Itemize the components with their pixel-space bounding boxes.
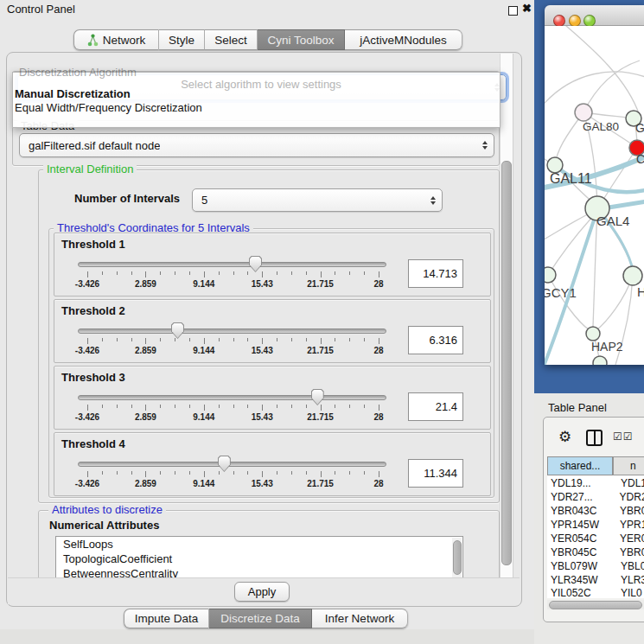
node-gcy1[interactable] <box>545 267 556 283</box>
tab-cyni-toolbox[interactable]: Cyni Toolbox <box>258 29 345 50</box>
table-row[interactable]: YBR045CYBR0 <box>547 545 644 559</box>
column-header-name[interactable]: n <box>613 456 644 475</box>
list-item-selfloops[interactable]: SelfLoops <box>56 537 462 552</box>
numerical-attributes-list[interactable]: SelfLoops TopologicalCoefficient Between… <box>55 536 463 579</box>
slider-thumb[interactable] <box>311 389 324 405</box>
slider-thumb[interactable] <box>171 322 184 339</box>
zoom-traffic-icon[interactable] <box>583 15 596 27</box>
tab-network[interactable]: Network <box>73 29 159 50</box>
table-row[interactable]: YIL052CYIL0 <box>547 587 644 598</box>
node-hap2[interactable] <box>586 327 600 341</box>
numerical-attributes-label: Numerical Attributes <box>49 519 159 532</box>
bottom-strip <box>0 629 534 644</box>
close-icon[interactable]: ✖ <box>522 2 532 15</box>
node-right[interactable] <box>623 266 642 285</box>
combo-stepper-icon <box>430 196 436 205</box>
label-partial-c: C <box>636 152 644 166</box>
table-row[interactable]: YER054CYER0 <box>547 532 644 545</box>
table-data-combo-value: galFiltered.sif default node <box>20 139 160 152</box>
table-row[interactable]: YDL19...YDL1 <box>547 476 644 490</box>
num-intervals-value: 5 <box>193 194 207 207</box>
tab-discretize-data[interactable]: Discretize Data <box>209 609 312 628</box>
table-row[interactable]: YBL079WYBL0 <box>547 559 644 573</box>
popup-item-manual-discretization[interactable]: Manual Discretization <box>15 87 131 100</box>
network-icon <box>87 34 99 47</box>
slider-track[interactable] <box>78 262 386 267</box>
tab-jactivemnodules[interactable]: jActiveMNodules <box>345 29 462 50</box>
panel-footer: Apply <box>8 577 520 604</box>
node-gal80[interactable] <box>575 104 592 121</box>
network-window-titlebar[interactable] <box>545 5 644 26</box>
label-partial-g: GA <box>635 121 644 135</box>
apply-button[interactable]: Apply <box>234 582 290 602</box>
table-hscrollbar-thumb[interactable] <box>549 601 642 609</box>
panel-title: Control Panel <box>7 3 75 16</box>
label-gcy1: GCY1 <box>545 285 577 300</box>
table-row[interactable]: YDR27...YDR2 <box>547 490 644 504</box>
cyni-bottom-tabs: Impute Data Discretize Data Infer Networ… <box>124 609 408 628</box>
table-panel-title: Table Panel <box>548 401 607 414</box>
threshold-3-value-field[interactable]: 21.4 <box>408 392 463 421</box>
label-gal11: GAL11 <box>550 171 592 186</box>
threshold-panel-3: Threshold 3 -3.4262.8599.14415.4321.7152… <box>54 366 491 430</box>
label-partial-h: H <box>637 284 644 299</box>
tab-style[interactable]: Style <box>159 29 205 50</box>
combo-stepper-icon <box>482 141 488 150</box>
threshold-4-value-field[interactable]: 11.344 <box>408 459 463 488</box>
threshold-panel-1: Threshold 1 -3.4262.8599.14415.4321.7152… <box>54 233 491 296</box>
interval-definition-title: Interval Definition <box>43 163 137 175</box>
table-row[interactable]: YPR145WYPR1 <box>547 518 644 532</box>
threshold-2-value-field[interactable]: 6.316 <box>408 326 463 354</box>
list-scrollbar[interactable] <box>452 538 462 577</box>
close-traffic-icon[interactable] <box>553 15 565 27</box>
tab-infer-network[interactable]: Infer Network <box>312 609 408 628</box>
table-hscrollbar[interactable] <box>547 600 644 609</box>
network-canvas[interactable]: GAL80 GAL11 GAL4 GCY1 HAP2 GA C H <box>545 26 644 365</box>
threshold-panel-4: Threshold 4 -3.4262.8599.14415.4321.7152… <box>54 432 491 496</box>
application-window: Control Panel ✖ Network Style Select Cyn… <box>0 0 644 644</box>
minimize-traffic-icon[interactable] <box>569 15 581 27</box>
control-panel-titlebar: Control Panel ✖ <box>0 0 534 19</box>
attributes-group-title: Attributes to discretize <box>48 504 166 516</box>
label-hap2: HAP2 <box>591 340 623 354</box>
label-gal4: GAL4 <box>596 214 629 228</box>
table-row[interactable]: YLR345WYLR3 <box>547 573 644 587</box>
slider-track[interactable] <box>78 462 386 467</box>
checkbox-icons[interactable]: ☑☑ <box>613 430 634 443</box>
popup-item-equal-width[interactable]: Equal Width/Frequency Discretization <box>15 101 202 114</box>
list-scrollbar-thumb[interactable] <box>453 540 462 575</box>
slider-thumb[interactable] <box>218 456 231 472</box>
num-intervals-combo[interactable]: 5 <box>192 188 443 212</box>
threshold-1-value-field[interactable]: 14.713 <box>408 259 463 288</box>
column-header-shared[interactable]: shared... <box>547 456 613 475</box>
tab-network-label: Network <box>103 34 146 47</box>
algorithm-group-title: Discretization Algorithm <box>19 66 137 79</box>
slider-thumb[interactable] <box>249 256 262 272</box>
node-bottom[interactable] <box>593 356 607 365</box>
table-data-combo[interactable]: galFiltered.sif default node <box>19 133 494 157</box>
columns-icon[interactable] <box>586 430 603 446</box>
network-window: GAL80 GAL11 GAL4 GCY1 HAP2 GA C H <box>545 5 644 365</box>
table-row[interactable]: YBR043CYBR0 <box>547 504 644 518</box>
num-intervals-label: Number of Intervals <box>74 192 180 205</box>
control-panel-tabs: Network Style Select Cyni Toolbox jActiv… <box>73 29 462 50</box>
slider-track[interactable] <box>78 328 386 334</box>
label-gal80: GAL80 <box>583 120 619 133</box>
tab-impute-data[interactable]: Impute Data <box>124 609 209 628</box>
float-window-icon[interactable] <box>508 6 518 16</box>
tab-select[interactable]: Select <box>205 29 258 50</box>
gear-icon[interactable]: ⚙ <box>558 428 571 446</box>
list-item-topologicalcoefficient[interactable]: TopologicalCoefficient <box>56 552 462 566</box>
slider-track[interactable] <box>78 395 386 400</box>
network-graph: GAL80 GAL11 GAL4 GCY1 HAP2 GA C H <box>545 26 644 365</box>
panel-scrollbar-thumb[interactable] <box>501 161 512 565</box>
threshold-panel-2: Threshold 2 -3.4262.8599.14415.4321.7152… <box>54 299 491 363</box>
panel-scrollbar[interactable] <box>500 54 513 603</box>
